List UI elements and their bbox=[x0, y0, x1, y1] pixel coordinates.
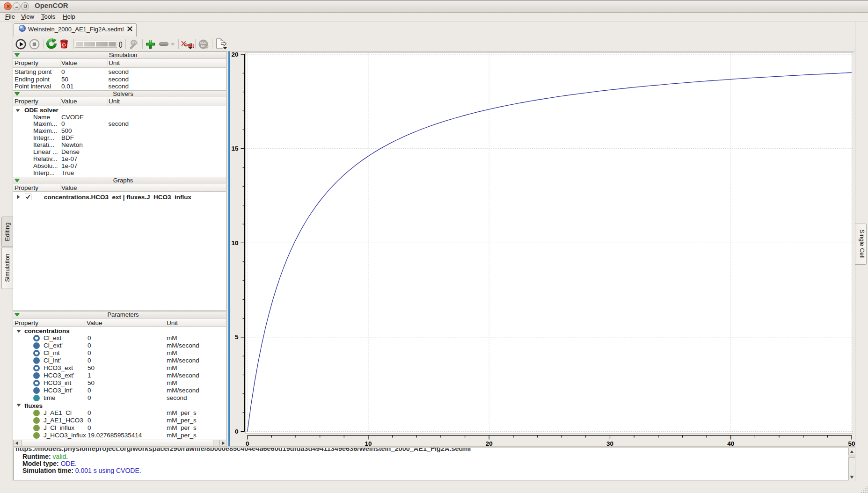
svg-text:10: 10 bbox=[231, 239, 238, 246]
svg-text:20: 20 bbox=[231, 51, 238, 58]
svg-text:0: 0 bbox=[235, 428, 239, 435]
svg-text:15: 15 bbox=[231, 145, 239, 152]
svg-text:5: 5 bbox=[235, 334, 239, 341]
